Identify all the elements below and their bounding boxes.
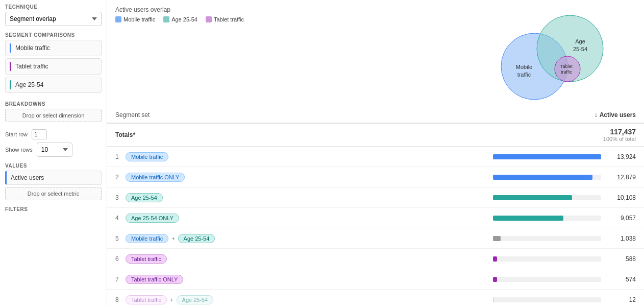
row-value: 12: [605, 296, 636, 303]
legend-age-label: Age 25-54: [171, 16, 197, 22]
segment-tablet-label: Tablet traffic: [15, 63, 48, 70]
row-number: 1: [115, 153, 126, 160]
drop-metric-button[interactable]: Drop or select metric: [5, 187, 102, 200]
segment-pill: Mobile traffic ONLY: [126, 173, 185, 182]
row-number: 5: [115, 235, 126, 242]
segment-pill: Age 25-54: [177, 295, 214, 304]
bar-fill: [493, 216, 563, 221]
col-metric: ↓ Active users: [595, 111, 636, 119]
row-value-area: 574: [493, 276, 636, 283]
row-segment: Tablet traffic ONLY: [126, 275, 493, 284]
show-rows-select[interactable]: 10: [37, 143, 72, 157]
segment-comparisons-label: SEGMENT COMPARISONS: [5, 32, 102, 38]
row-segment: Age 25-54: [126, 193, 493, 202]
segment-pill: Tablet traffic: [126, 295, 167, 304]
filters-label: FILTERS: [5, 206, 102, 212]
table-row: 4Age 25-54 ONLY9,057: [107, 208, 644, 228]
bar-fill: [493, 256, 497, 262]
active-users-label: Active users: [11, 174, 44, 181]
row-value-area: 1,038: [493, 235, 636, 242]
bar-fill: [493, 154, 601, 159]
row-segment: Mobile traffic: [126, 152, 493, 161]
segment-comparisons-section: SEGMENT COMPARISONS Mobile traffic Table…: [5, 32, 102, 95]
breakdowns-section: BREAKDOWNS Drop or select dimension: [5, 101, 102, 122]
values-label: VALUES: [5, 163, 102, 169]
bar-fill: [493, 236, 501, 241]
segment-pill: Tablet traffic: [126, 254, 167, 264]
table-area: Segment set ↓ Active users Totals* 117,4…: [107, 107, 644, 307]
chart-area: Active users overlap Mobile traffic Age …: [107, 0, 644, 107]
row-value-area: 12: [493, 296, 636, 303]
tablet-color-bar: [10, 62, 11, 71]
plus-sign: +: [171, 235, 175, 242]
legend-mobile: Mobile traffic: [115, 16, 155, 22]
segment-pill: Age 25-54: [126, 193, 163, 202]
pagination-section: Start row Show rows 10: [5, 128, 102, 157]
sort-arrow-icon: ↓: [595, 111, 598, 119]
row-segment: Mobile traffic+Age 25-54: [126, 234, 493, 243]
bar-container: [493, 216, 601, 221]
bar-container: [493, 195, 601, 200]
legend-mobile-label: Mobile traffic: [123, 16, 155, 22]
right-panel: Active users overlap Mobile traffic Age …: [107, 0, 644, 307]
legend-tablet-label: Tablet traffic: [214, 16, 244, 22]
bar-container: [493, 236, 601, 241]
row-number: 4: [115, 215, 126, 222]
row-number: 7: [115, 276, 126, 283]
row-segment: Age 25-54 ONLY: [126, 214, 493, 223]
row-number: 2: [115, 174, 126, 181]
row-number: 8: [115, 296, 126, 303]
row-value-area: 588: [493, 255, 636, 263]
venn-svg: Mobile traffic Age 25-54 Tablet traffic: [481, 10, 624, 102]
tablet-circle: [555, 56, 580, 82]
start-row-input[interactable]: [32, 129, 47, 139]
row-value: 12,879: [605, 174, 636, 181]
row-value-area: 13,924: [493, 153, 636, 160]
legend-mobile-color: [115, 16, 121, 22]
table-row: 1Mobile traffic13,924: [107, 147, 644, 167]
mobile-label: Mobile: [516, 64, 532, 70]
legend-tablet-color: [206, 16, 212, 22]
row-value-area: 12,879: [493, 174, 636, 181]
table-row: 3Age 25-5410,108: [107, 187, 644, 208]
row-segment: Tablet traffic: [126, 254, 493, 264]
bar-fill: [493, 195, 572, 200]
row-segment: Mobile traffic ONLY: [126, 173, 493, 182]
totals-sub-value: 100% of total: [603, 136, 636, 142]
legend-tablet: Tablet traffic: [206, 16, 244, 22]
technique-select[interactable]: Segment overlap: [5, 12, 102, 26]
col-segment: Segment set: [115, 111, 595, 119]
show-rows-label: Show rows: [5, 147, 33, 153]
row-value: 588: [605, 255, 636, 263]
bar-container: [493, 297, 601, 302]
age-label: Age: [575, 38, 585, 44]
svg-text:25-54: 25-54: [573, 46, 587, 52]
segment-pill: Age 25-54: [178, 234, 215, 243]
bar-container: [493, 154, 601, 159]
segment-item-tablet: Tablet traffic: [5, 58, 102, 75]
plus-sign: +: [170, 297, 173, 303]
legend-age: Age 25-54: [163, 16, 197, 22]
values-section: VALUES Active users Drop or select metri…: [5, 163, 102, 200]
segment-pill: Mobile traffic: [126, 152, 168, 161]
row-value-area: 10,108: [493, 194, 636, 201]
totals-row: Totals* 117,437 100% of total: [107, 124, 644, 147]
segment-pill: Mobile traffic: [126, 234, 168, 243]
legend-age-color: [163, 16, 169, 22]
segment-pill: Age 25-54 ONLY: [126, 214, 179, 223]
row-value: 9,057: [605, 215, 636, 222]
drop-dimension-button[interactable]: Drop or select dimension: [5, 109, 102, 122]
row-number: 6: [115, 255, 126, 263]
totals-main-value: 117,437: [603, 128, 636, 136]
row-segment: Tablet traffic+Age 25-54: [126, 295, 493, 304]
technique-section: TECHNIQUE Segment overlap: [5, 4, 102, 26]
segment-mobile-label: Mobile traffic: [15, 44, 50, 52]
table-row: 2Mobile traffic ONLY12,879: [107, 167, 644, 187]
row-value: 13,924: [605, 153, 636, 160]
venn-diagram: Mobile traffic Age 25-54 Tablet traffic: [481, 10, 624, 102]
row-value: 574: [605, 276, 636, 283]
segment-item-age: Age 25-54: [5, 77, 102, 93]
technique-label: TECHNIQUE: [5, 4, 102, 10]
row-value: 1,038: [605, 235, 636, 242]
table-row: 8Tablet traffic+Age 25-5412: [107, 290, 644, 307]
